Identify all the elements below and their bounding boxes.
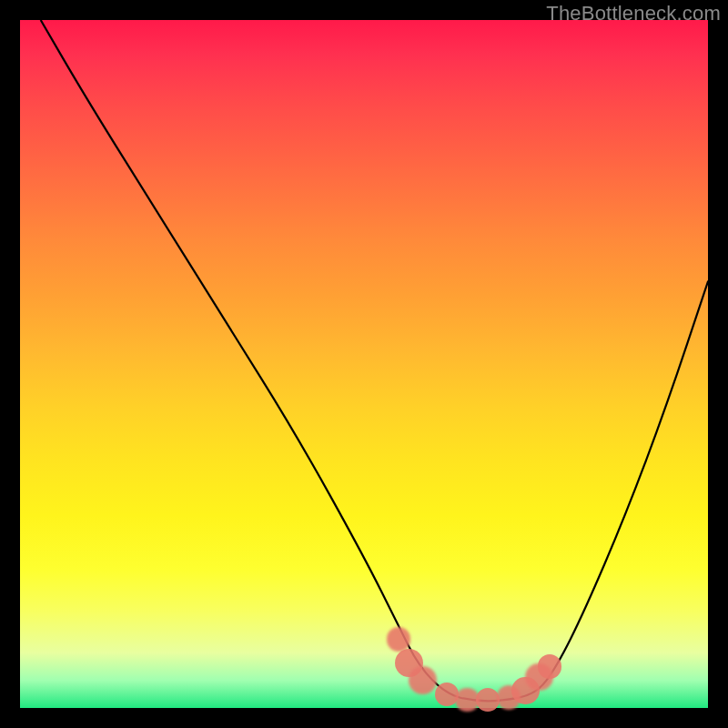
marker-point: [409, 666, 437, 694]
curve-layer: [20, 20, 708, 708]
marker-point: [538, 654, 561, 678]
marker-point: [387, 627, 410, 651]
chart-container: TheBottleneck.com: [0, 0, 728, 728]
plot-area: [20, 20, 708, 708]
bottleneck-curve: [41, 20, 708, 701]
